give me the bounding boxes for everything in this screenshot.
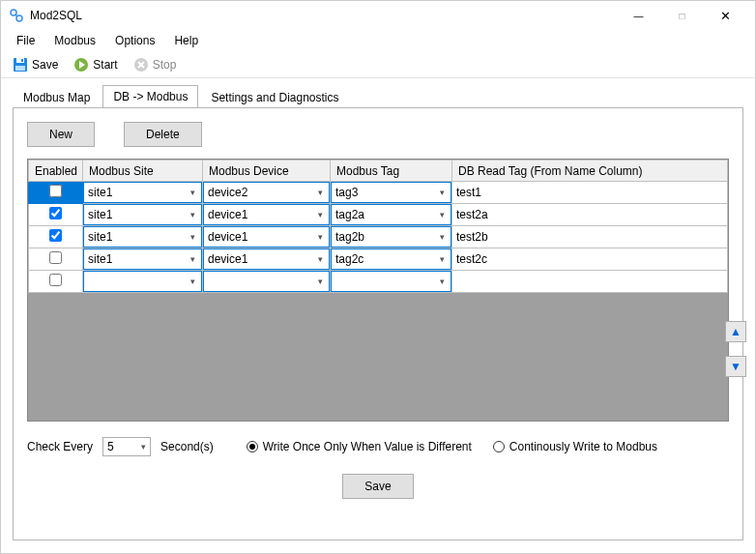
chevron-down-icon: ▾ — [311, 232, 329, 242]
move-up-button[interactable]: ▲ — [725, 321, 746, 342]
enabled-checkbox[interactable] — [49, 251, 62, 264]
radio-write-continuous[interactable]: Continously Write to Modbus — [493, 440, 657, 453]
menu-options[interactable]: Options — [107, 32, 162, 49]
radio-dot-icon — [247, 441, 258, 452]
grid: Enabled Modbus Site Modbus Device Modbus… — [27, 159, 729, 422]
device-select[interactable]: device1▾ — [203, 226, 330, 248]
tag-select[interactable]: tag3▾ — [331, 182, 451, 203]
tab-panel: New Delete Enabled Modbus Site Modbus De… — [13, 107, 743, 540]
seconds-label: Second(s) — [160, 440, 214, 453]
chevron-down-icon: ▾ — [184, 277, 201, 286]
move-down-button[interactable]: ▼ — [725, 356, 746, 377]
chevron-down-icon: ▾ — [141, 442, 146, 452]
menu-file[interactable]: File — [9, 32, 43, 49]
close-button[interactable]: ✕ — [704, 1, 747, 30]
site-select[interactable]: site1▾ — [83, 226, 202, 248]
col-header-device[interactable]: Modbus Device — [203, 160, 331, 182]
check-every-label: Check Every — [27, 440, 93, 453]
radio-write-continuous-label: Continously Write to Modbus — [509, 440, 657, 453]
site-select[interactable]: site1▾ — [83, 182, 202, 203]
table-row: site1▾device1▾tag2b▾test2b — [29, 226, 728, 248]
tag-value: tag2b — [335, 230, 433, 244]
tag-value: tag2c — [335, 252, 433, 266]
enabled-checkbox[interactable] — [49, 185, 62, 197]
col-header-db[interactable]: DB Read Tag (From Name Column) — [452, 160, 728, 182]
device-select[interactable]: device2▾ — [203, 182, 330, 203]
tag-select[interactable]: tag2a▾ — [331, 204, 451, 225]
db-read-tag-cell[interactable]: test2b — [452, 230, 727, 244]
tag-select[interactable]: tag2c▾ — [331, 248, 451, 270]
chevron-down-icon: ▾ — [311, 210, 329, 219]
maximize-button[interactable]: □ — [660, 1, 704, 30]
app-icon — [9, 8, 24, 23]
toolbar-stop-button[interactable]: Stop — [128, 55, 183, 74]
device-value: device2 — [208, 186, 311, 199]
db-read-tag-cell[interactable]: test1 — [452, 186, 727, 199]
toolbar-save-label: Save — [32, 58, 58, 72]
tab-db-modbus[interactable]: DB -> Modbus — [102, 85, 198, 108]
tag-select[interactable]: tag2b▾ — [331, 226, 451, 248]
title-bar: Mod2SQL — □ ✕ — [1, 1, 755, 30]
chevron-down-icon: ▾ — [184, 232, 201, 242]
chevron-down-icon: ▾ — [311, 188, 329, 197]
col-header-enabled[interactable]: Enabled — [29, 160, 83, 182]
site-value: site1 — [88, 230, 184, 244]
table-row: site1▾device1▾tag2c▾test2c — [29, 248, 728, 271]
device-select[interactable]: device1▾ — [203, 248, 330, 270]
device-select[interactable]: device1▾ — [203, 204, 330, 225]
chevron-down-icon: ▾ — [184, 254, 201, 264]
site-select[interactable]: site1▾ — [83, 204, 202, 225]
check-every-value: 5 — [107, 440, 114, 453]
tag-select[interactable]: ▾ — [331, 271, 451, 292]
save-button[interactable]: Save — [342, 474, 413, 499]
enabled-checkbox[interactable] — [49, 207, 62, 219]
chevron-down-icon: ▾ — [433, 254, 451, 264]
col-header-site[interactable]: Modbus Site — [83, 160, 203, 182]
delete-button[interactable]: Delete — [124, 122, 202, 147]
toolbar-start-label: Start — [93, 58, 117, 72]
new-button[interactable]: New — [27, 122, 95, 147]
table-row: site1▾device1▾tag2a▾test2a — [29, 204, 728, 226]
db-read-tag-cell[interactable]: test2c — [452, 252, 727, 266]
chevron-down-icon: ▾ — [433, 188, 451, 197]
site-select[interactable]: site1▾ — [83, 248, 202, 270]
minimize-button[interactable]: — — [617, 1, 660, 30]
radio-write-once[interactable]: Write Once Only When Value is Different — [247, 440, 472, 453]
device-select[interactable]: ▾ — [203, 271, 330, 292]
menu-bar: File Modbus Options Help — [1, 30, 755, 51]
tab-bar: Modbus Map DB -> Modbus Settings and Dia… — [1, 78, 755, 107]
enabled-checkbox[interactable] — [49, 274, 62, 286]
device-value: device1 — [208, 230, 311, 244]
enabled-checkbox[interactable] — [49, 229, 62, 242]
menu-help[interactable]: Help — [166, 32, 206, 49]
tab-modbus-map[interactable]: Modbus Map — [13, 86, 101, 108]
tag-value: tag2a — [335, 208, 433, 221]
toolbar: Save Start Stop — [1, 51, 755, 78]
toolbar-save-button[interactable]: Save — [7, 55, 64, 74]
radio-write-once-label: Write Once Only When Value is Different — [263, 440, 472, 453]
save-icon — [13, 57, 28, 73]
chevron-down-icon: ▾ — [184, 210, 201, 219]
arrow-down-icon: ▼ — [730, 360, 741, 373]
svg-line-2 — [15, 15, 17, 16]
device-value: device1 — [208, 208, 311, 221]
chevron-down-icon: ▾ — [433, 277, 451, 286]
chevron-down-icon: ▾ — [433, 210, 451, 219]
db-read-tag-cell[interactable]: test2a — [452, 208, 727, 221]
site-select[interactable]: ▾ — [83, 271, 202, 292]
svg-rect-5 — [15, 66, 25, 71]
radio-dot-icon — [493, 441, 505, 452]
check-every-select[interactable]: 5 ▾ — [102, 437, 151, 456]
chevron-down-icon: ▾ — [311, 254, 329, 264]
menu-modbus[interactable]: Modbus — [46, 32, 103, 49]
tag-value: tag3 — [335, 186, 433, 199]
toolbar-stop-label: Stop — [153, 58, 177, 72]
chevron-down-icon: ▾ — [311, 277, 329, 286]
chevron-down-icon: ▾ — [184, 188, 201, 197]
tab-settings-diagnostics[interactable]: Settings and Diagnostics — [200, 86, 349, 108]
site-value: site1 — [88, 252, 184, 266]
col-header-tag[interactable]: Modbus Tag — [331, 160, 452, 182]
play-icon — [73, 57, 89, 73]
svg-rect-6 — [21, 59, 23, 62]
toolbar-start-button[interactable]: Start — [68, 55, 123, 74]
